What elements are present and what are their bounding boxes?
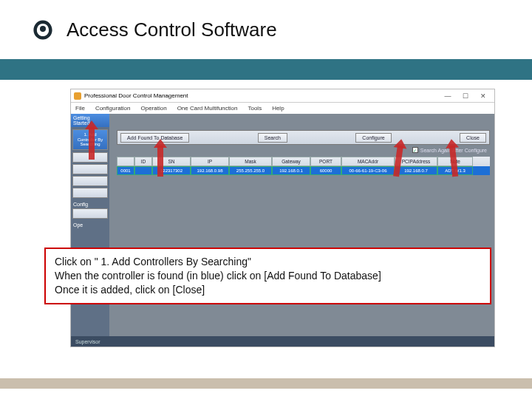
menu-operation[interactable]: Operation bbox=[140, 105, 166, 112]
menubar: File Configuration Operation One Card Mu… bbox=[71, 103, 494, 114]
grid-header[interactable]: Mask bbox=[229, 157, 272, 166]
sidebar-config-label: Config bbox=[71, 199, 109, 208]
status-user: Supervisor bbox=[75, 339, 100, 344]
sidebar-item[interactable] bbox=[72, 188, 108, 198]
logo-icon bbox=[30, 16, 56, 43]
grid-header[interactable]: ID bbox=[134, 157, 152, 166]
grid-cell bbox=[134, 166, 152, 175]
maximize-button[interactable]: ☐ bbox=[457, 91, 474, 101]
menu-onecard[interactable]: One Card Multifunction bbox=[177, 105, 238, 112]
grid-header[interactable]: MACAddr bbox=[341, 157, 395, 166]
close-button[interactable]: Close bbox=[460, 133, 486, 143]
annotation-arrow-icon bbox=[89, 127, 95, 160]
grid-cell: 00-66-61-19-C3-06 bbox=[341, 166, 395, 175]
statusbar: Supervisor bbox=[71, 336, 494, 347]
annotation-arrow-icon bbox=[157, 146, 163, 177]
sidebar-ops-label: Ope bbox=[71, 219, 109, 228]
configure-button[interactable]: Configure bbox=[355, 133, 391, 143]
grid-cell: 0001 bbox=[117, 166, 134, 175]
svg-point-0 bbox=[40, 26, 46, 32]
menu-configuration[interactable]: Configuration bbox=[95, 105, 131, 112]
sidebar-item[interactable] bbox=[72, 176, 108, 186]
menu-file[interactable]: File bbox=[75, 105, 85, 112]
grid-header[interactable]: PORT bbox=[310, 157, 341, 166]
menu-help[interactable]: Help bbox=[272, 105, 284, 112]
grid-cell: 192.168.0.7 bbox=[395, 166, 437, 175]
header-band bbox=[0, 59, 532, 80]
results-grid: ID SN IP Mask Gateway PORT MACAddr PCIPA… bbox=[117, 157, 490, 175]
grid-row-selected[interactable]: 0001 122317302 192.168.0.98 255.255.255.… bbox=[117, 166, 490, 175]
page-title: Access Control Software bbox=[66, 18, 277, 41]
instruction-box: Click on " 1. Add Controllers By Searchi… bbox=[44, 248, 491, 304]
grid-cell: 192.168.0.98 bbox=[191, 166, 229, 175]
minimize-button[interactable]: — bbox=[440, 91, 456, 101]
app-window: Professional Door Control Management — ☐… bbox=[70, 89, 495, 347]
sidebar-item[interactable] bbox=[72, 164, 108, 174]
grid-header-row: ID SN IP Mask Gateway PORT MACAddr PCIPA… bbox=[117, 157, 490, 166]
sidebar-item[interactable] bbox=[72, 208, 108, 219]
grid-cell: 192.168.0.1 bbox=[272, 166, 310, 175]
instruction-line: Once it is added, click on [Close] bbox=[55, 283, 481, 297]
grid-cell: 60000 bbox=[310, 166, 341, 175]
instruction-line: Click on " 1. Add Controllers By Searchi… bbox=[55, 255, 481, 269]
app-icon bbox=[74, 92, 81, 100]
grid-header[interactable] bbox=[117, 157, 134, 166]
search-toolbar: Add Found To Database Search Configure C… bbox=[117, 130, 490, 145]
search-button[interactable]: Search bbox=[258, 133, 287, 143]
grid-header[interactable]: IP bbox=[191, 157, 229, 166]
titlebar: Professional Door Control Management — ☐… bbox=[71, 89, 494, 103]
footer-stripe bbox=[0, 378, 532, 389]
menu-tools[interactable]: Tools bbox=[248, 105, 262, 112]
grid-cell: 255.255.255.0 bbox=[229, 166, 272, 175]
grid-header[interactable]: Gateway bbox=[272, 157, 310, 166]
search-again-checkbox[interactable]: ✓ bbox=[412, 147, 418, 153]
window-title: Professional Door Control Management bbox=[84, 92, 188, 99]
instruction-line: When the controller is found (in blue) c… bbox=[55, 269, 481, 283]
close-window-button[interactable]: ✕ bbox=[475, 91, 491, 101]
